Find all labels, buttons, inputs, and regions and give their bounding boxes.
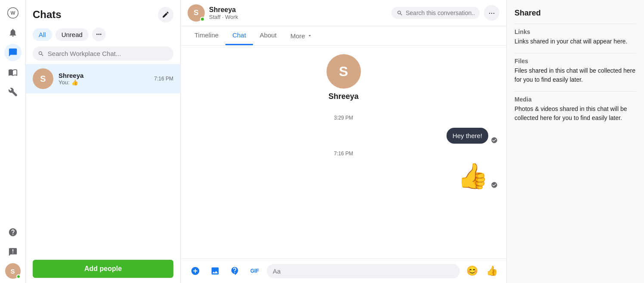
header-more-button[interactable]: ··· [484,5,499,21]
chat-item-info: Shreeya You: 👍 [59,72,149,86]
chats-panel: Chats All Unread ··· S Shreeya You: [26,0,181,283]
message-status-1 [491,137,498,144]
chat-tabs: Timeline Chat About More [181,26,506,46]
message-row-1: Hey there! [189,128,498,144]
header-more-icon: ··· [488,9,495,18]
contact-big-name: Shreeya [328,92,358,101]
chat-list: S Shreeya You: 👍 7:16 PM [26,64,180,255]
timestamp-2: 7:16 PM [189,151,498,157]
message-input-wrap [267,264,460,278]
shared-title: Shared [515,9,636,18]
online-indicator [16,274,21,279]
filter-more-icon: ··· [96,31,102,38]
message-input[interactable] [273,268,454,275]
search-input-wrap [33,46,173,61]
contact-big-avatar: S [327,54,361,89]
chat-header-info: Shreeya Staff · Work [209,6,387,20]
chat-header-online-dot [200,17,205,22]
tab-about[interactable]: About [253,26,283,45]
header-right: ··· [391,5,499,21]
shared-divider-3 [515,91,636,92]
notifications-icon[interactable] [4,24,22,41]
search-conversation-wrap [391,7,480,19]
filter-all-button[interactable]: All [33,28,52,41]
filter-row: All Unread ··· [26,26,180,45]
input-area: GIF 😊 👍 [181,258,506,283]
gif-button[interactable]: GIF [247,263,262,279]
chat-main: S Shreeya Staff · Work ··· Timeline Chat… [181,0,506,283]
media-desc: Photos & videos shared in this chat will… [515,105,636,123]
filter-unread-button[interactable]: Unread [55,28,89,41]
plus-icon [191,266,200,276]
shared-divider-2 [515,53,636,53]
edit-chat-button[interactable] [158,7,173,22]
svg-text:W: W [10,10,15,15]
chats-icon[interactable] [4,44,22,61]
chat-header-subtitle: Staff · Work [209,14,387,20]
messages-area: S Shreeya 3:29 PM Hey there! 7:16 PM 👍 [181,46,506,258]
contact-header: S Shreeya [189,54,498,101]
shared-divider-1 [515,24,636,24]
sidebar-nav: W S [0,0,26,283]
image-icon [210,266,220,276]
search-input[interactable] [48,50,168,57]
knowledge-icon[interactable] [4,64,22,81]
user-avatar[interactable]: S [5,263,21,279]
search-conv-input[interactable] [406,9,475,16]
chat-preview-emoji: 👍 [71,79,78,86]
shared-media-section: Media Photos & videos shared in this cha… [515,96,636,123]
chat-item-avatar: S [33,68,53,89]
message-bubble-1: Hey there! [447,128,488,144]
shared-links-section: Links Links shared in your chat will app… [515,28,636,46]
right-panel: Shared Links Links shared in your chat w… [506,0,644,283]
chat-item[interactable]: S Shreeya You: 👍 7:16 PM [26,64,180,93]
tab-timeline[interactable]: Timeline [188,26,225,45]
emoji-icon: 😊 [466,265,478,277]
search-icon [38,50,44,57]
workplace-logo-icon[interactable]: W [4,4,22,22]
thumbs-send-icon: 👍 [486,265,498,277]
files-desc: Files shared in this chat will be collec… [515,66,636,84]
emoji-button[interactable]: 😊 [464,263,480,279]
check-icon-2 [491,181,498,188]
sticker-button[interactable] [227,263,243,279]
filter-more-button[interactable]: ··· [92,28,106,41]
links-title: Links [515,28,636,35]
chats-header: Chats [26,0,180,26]
add-people-button[interactable]: Add people [33,260,173,278]
tab-chat[interactable]: Chat [225,26,253,45]
files-title: Files [515,58,636,65]
alerts-icon[interactable] [4,243,22,261]
chat-preview-label: You: [59,79,70,86]
chat-header: S Shreeya Staff · Work ··· [181,0,506,26]
search-wrap [26,45,180,64]
tab-more[interactable]: More [283,26,320,45]
chevron-down-icon [307,33,313,39]
links-desc: Links shared in your chat will appear he… [515,37,636,46]
chat-item-time: 7:16 PM [154,76,173,82]
timestamp-1: 3:29 PM [189,115,498,121]
help-icon[interactable] [4,224,22,241]
check-icon [491,137,498,144]
image-button[interactable] [207,263,223,279]
sticker-icon [230,266,240,276]
chat-item-name: Shreeya [59,72,149,79]
chat-header-avatar: S [188,4,205,22]
message-row-2: 👍 [189,163,498,188]
tools-icon[interactable] [4,83,22,101]
media-title: Media [515,96,636,103]
shared-files-section: Files Files shared in this chat will be … [515,58,636,84]
add-attachment-button[interactable] [188,263,203,279]
thumbs-send-button[interactable]: 👍 [484,263,499,279]
thumbs-up-message: 👍 [457,163,488,188]
message-status-2 [491,181,498,188]
thumbs-up-emoji: 👍 [457,163,488,188]
chat-item-preview: You: 👍 [59,79,149,86]
search-conv-icon [397,10,403,16]
chats-title: Chats [33,9,62,21]
chat-header-name: Shreeya [209,6,387,14]
gif-label: GIF [250,268,259,274]
